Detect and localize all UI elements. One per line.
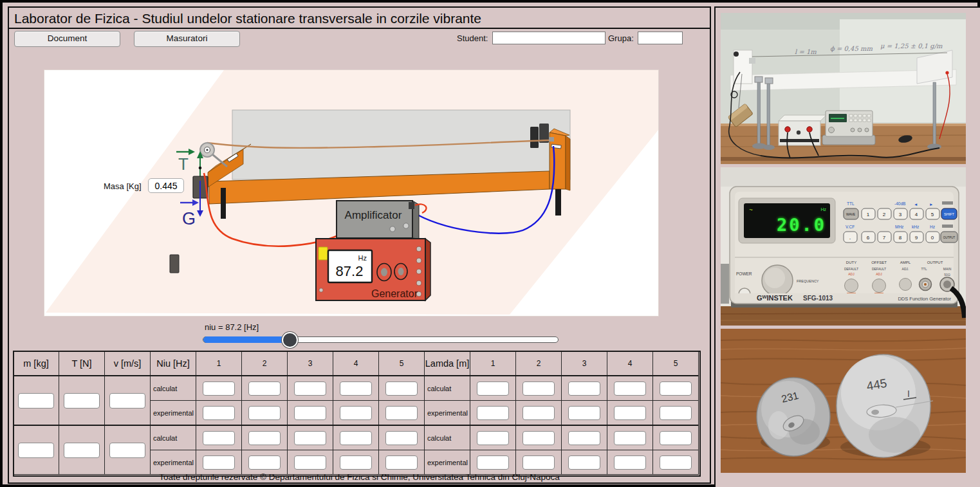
lamda-calc-input[interactable] <box>614 431 646 445</box>
frequency-slider-thumb[interactable] <box>282 332 298 348</box>
col-header: m [kg] <box>14 351 59 376</box>
niu-exp-input[interactable] <box>294 406 326 420</box>
key-4[interactable]: 4 <box>915 212 918 217</box>
niu-exp-input[interactable] <box>248 455 281 470</box>
m-input-2[interactable] <box>18 443 54 458</box>
t-input-1[interactable] <box>64 393 100 409</box>
amplifier: Amplificator <box>337 201 426 239</box>
lbl-default-2: DEFAULT <box>872 267 886 271</box>
key-7[interactable]: 7 <box>883 235 886 241</box>
lamda-exp-input[interactable] <box>614 406 646 420</box>
lamda-exp-input[interactable] <box>477 406 509 420</box>
niu-exp-input[interactable] <box>248 406 281 420</box>
output-key[interactable]: OUTPUT <box>943 236 956 239</box>
lamda-calc-input[interactable] <box>522 431 555 445</box>
generator-power-light <box>319 247 328 260</box>
key-1[interactable]: 1 <box>867 212 870 217</box>
lamda-calc-input[interactable] <box>614 381 646 396</box>
niu-calc-input[interactable] <box>294 381 326 396</box>
niu-exp-input[interactable] <box>203 455 235 470</box>
table-row: calculat calculat <box>14 425 699 450</box>
row-label-calculat: calculat <box>151 376 196 401</box>
lamda-exp-input[interactable] <box>568 406 600 420</box>
lamda-exp-input[interactable] <box>660 455 692 470</box>
col-header: T [N] <box>59 351 105 376</box>
lamda-exp-input[interactable] <box>522 455 555 470</box>
niu-exp-input[interactable] <box>340 406 372 420</box>
grupa-label: Grupa: <box>608 33 634 43</box>
row-label-calculat: calculat <box>425 376 470 401</box>
niu-exp-input[interactable] <box>294 455 326 470</box>
key-5[interactable]: 5 <box>931 212 934 217</box>
key-8[interactable]: 8 <box>899 235 902 241</box>
key-2[interactable]: 2 <box>883 212 886 217</box>
niu-calc-input[interactable] <box>203 381 235 396</box>
hz-unit-label: Hz <box>358 254 367 262</box>
backboard <box>232 110 570 179</box>
shift-key[interactable]: SHIFT <box>944 212 955 216</box>
niu-exp-input[interactable] <box>385 455 418 470</box>
lamda-calc-input[interactable] <box>660 431 692 445</box>
bench-leg-left <box>221 188 226 219</box>
duty-knob[interactable] <box>845 279 858 293</box>
lbl-out-ttl: TTL <box>921 267 927 271</box>
lamda-exp-input[interactable] <box>660 406 692 420</box>
lbl-output-section: OUTPUT <box>927 261 943 264</box>
key-9[interactable]: 9 <box>915 235 918 241</box>
lamda-exp-input[interactable] <box>522 406 555 420</box>
key-0[interactable]: 0 <box>931 235 934 241</box>
lbl-duty: DUTY <box>846 261 856 264</box>
lamda-exp-input[interactable] <box>477 455 509 470</box>
t-input-2[interactable] <box>64 443 100 458</box>
lamda-calc-input[interactable] <box>660 381 692 396</box>
niu-exp-input[interactable] <box>203 406 235 420</box>
lamda-calc-input[interactable] <box>477 381 509 396</box>
masa-input[interactable] <box>148 178 184 193</box>
v-input-1[interactable] <box>109 393 145 409</box>
col-header: Lamda [m] <box>425 351 470 376</box>
niu-exp-input[interactable] <box>340 455 372 470</box>
key-3[interactable]: 3 <box>899 212 902 217</box>
dot-key[interactable]: . <box>849 234 851 241</box>
main-panel: Laborator de Fizica - Studiul undelor st… <box>8 6 711 484</box>
student-label: Student: <box>457 33 488 43</box>
wave-key[interactable]: WAVE <box>846 212 856 216</box>
v-input-2[interactable] <box>109 443 145 458</box>
niu-calc-input[interactable] <box>248 431 281 445</box>
col-header: 3 <box>288 351 333 376</box>
student-input[interactable] <box>492 32 606 44</box>
niu-calc-input[interactable] <box>203 431 235 445</box>
niu-calc-input[interactable] <box>385 381 418 396</box>
niu-calc-input[interactable] <box>385 431 418 445</box>
niu-calc-input[interactable] <box>340 381 372 396</box>
generator-label: Generator <box>371 288 418 299</box>
document-button[interactable]: Document <box>14 31 120 47</box>
lamda-exp-input[interactable] <box>614 455 646 470</box>
lamda-calc-input[interactable] <box>568 381 600 396</box>
niu-exp-input[interactable] <box>385 406 418 420</box>
col-header: 5 <box>379 351 425 376</box>
masuratori-button[interactable]: Masuratori <box>134 31 240 47</box>
offset-knob[interactable] <box>873 279 886 293</box>
niu-calc-input[interactable] <box>248 381 281 396</box>
photo-function-generator: ~ Hz 20.0 TTL -40dB ◄ ► WAVE 1 <box>721 167 966 326</box>
lbl-default-1: DEFAULT <box>844 267 858 271</box>
key-6[interactable]: 6 <box>867 235 870 241</box>
niu-calc-input[interactable] <box>340 431 372 445</box>
measurements-table: m [kg] T [N] v [m/s] Niu [Hz] 1 2 3 4 5 … <box>13 351 699 475</box>
frequency-value: 87.2 <box>336 263 364 279</box>
lbl-khz: kHz <box>912 225 919 229</box>
lamda-calc-input[interactable] <box>477 431 509 445</box>
simulation-canvas[interactable]: T G <box>44 69 659 317</box>
lamda-calc-input[interactable] <box>568 431 600 445</box>
frequency-slider[interactable] <box>203 336 559 343</box>
lbl-adj-red-1: ADJ <box>848 272 855 276</box>
ampl-knob[interactable] <box>900 279 912 291</box>
ttl-output-connector[interactable] <box>920 279 932 291</box>
lamda-calc-input[interactable] <box>522 381 555 396</box>
niu-calc-input[interactable] <box>294 431 326 445</box>
m-input-1[interactable] <box>18 393 54 409</box>
table-header-row: m [kg] T [N] v [m/s] Niu [Hz] 1 2 3 4 5 … <box>14 351 699 376</box>
grupa-input[interactable] <box>638 32 683 44</box>
lamda-exp-input[interactable] <box>568 455 600 470</box>
